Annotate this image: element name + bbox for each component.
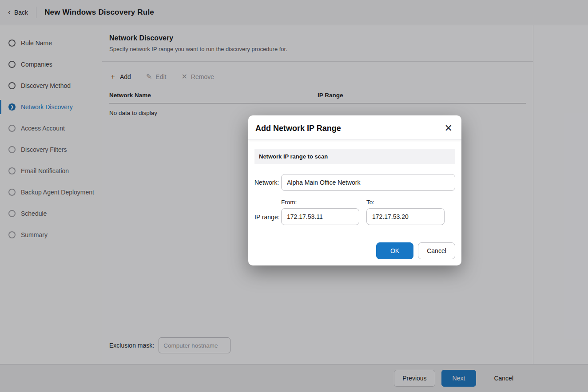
dialog-title: Add Network IP Range xyxy=(255,124,341,133)
ip-to-input[interactable] xyxy=(366,208,445,225)
from-label: From: xyxy=(281,199,359,206)
ip-range-label: IP range: xyxy=(254,214,281,225)
network-field-row: Network: xyxy=(254,174,455,191)
network-label: Network: xyxy=(254,179,281,186)
app-window: ‹ Back New Windows Discovery Rule Rule N… xyxy=(0,0,588,392)
network-name-input[interactable] xyxy=(281,174,455,191)
ip-to-field: To: xyxy=(366,199,445,225)
to-label: To: xyxy=(366,199,445,206)
dialog-cancel-button[interactable]: Cancel xyxy=(418,242,455,259)
add-network-ip-range-dialog: Add Network IP Range ✕ Network IP range … xyxy=(248,115,461,265)
dialog-section-header: Network IP range to scan xyxy=(254,149,455,164)
dialog-form: Network: IP range: From: To: xyxy=(248,164,461,225)
ip-from-input[interactable] xyxy=(281,208,359,225)
ip-from-field: From: xyxy=(281,199,359,225)
dialog-footer: OK Cancel xyxy=(248,236,461,265)
ip-range-row: IP range: From: To: xyxy=(254,199,455,225)
close-icon[interactable]: ✕ xyxy=(445,123,453,133)
dialog-header: Add Network IP Range ✕ xyxy=(248,115,461,140)
ok-button[interactable]: OK xyxy=(376,242,413,259)
